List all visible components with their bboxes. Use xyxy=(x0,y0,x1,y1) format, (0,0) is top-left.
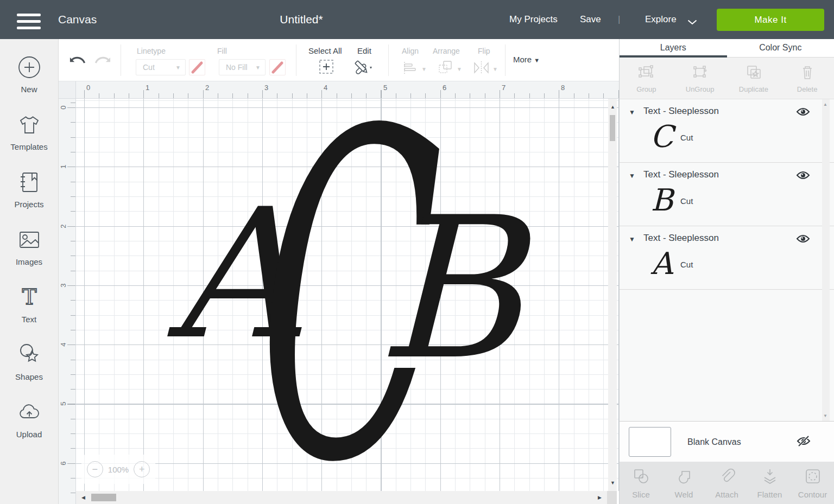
more-button[interactable]: More ▼ xyxy=(513,55,540,64)
new-icon xyxy=(17,55,42,82)
monogram-artwork[interactable]: A C B xyxy=(76,99,608,491)
design-canvas[interactable]: A C B − 100% + ▲ ▼ xyxy=(76,99,619,491)
toolbar-divider xyxy=(505,44,506,76)
letter-B[interactable]: B xyxy=(377,175,533,403)
left-sidebar: New Templates Projects Images T Text Sha… xyxy=(0,39,59,504)
redo-icon xyxy=(94,52,111,69)
visibility-eye-icon[interactable] xyxy=(796,107,810,119)
ruler-corner xyxy=(59,81,76,99)
arrange-icon xyxy=(438,60,454,77)
scroll-up-icon[interactable]: ▲ xyxy=(610,104,615,110)
ungroup-icon xyxy=(691,63,709,83)
chevron-down-icon: ▼ xyxy=(492,66,498,72)
explore-menu[interactable]: Explore xyxy=(645,0,677,39)
layer-thumbnail: A xyxy=(647,243,677,284)
duplicate-icon xyxy=(744,63,763,83)
sidebar-item-images[interactable]: Images xyxy=(0,218,58,276)
ungroup-button: UnGroup xyxy=(673,58,727,99)
upload-cloud-icon xyxy=(17,400,42,427)
delete-button: Delete xyxy=(780,58,834,99)
duplicate-button: Duplicate xyxy=(727,58,781,99)
layer-row[interactable]: ▼ Text - Sleeplesson A Cut xyxy=(620,226,834,290)
layer-row[interactable]: ▼ Text - Sleeplesson C Cut xyxy=(620,99,834,163)
group-button: Group xyxy=(620,58,673,99)
contour-button: Contour xyxy=(791,462,834,504)
toolbar-divider xyxy=(388,44,389,76)
tab-layers[interactable]: Layers xyxy=(620,39,727,57)
save-link[interactable]: Save xyxy=(580,0,601,39)
chevron-down-icon: ▼ xyxy=(421,66,427,72)
scroll-left-icon[interactable]: ◀ xyxy=(81,495,85,500)
paperclip-icon xyxy=(718,467,736,488)
zoom-out-button[interactable]: − xyxy=(87,461,103,477)
sidebar-item-text[interactable]: T Text xyxy=(0,276,58,333)
flip-label: Flip xyxy=(478,47,490,55)
slice-button: Slice xyxy=(620,462,662,504)
chevron-down-icon: ▼ xyxy=(175,65,181,71)
canvas-horizontal-scrollbar[interactable]: ◀ ▶ xyxy=(76,491,617,504)
attach-button: Attach xyxy=(705,462,748,504)
sidebar-item-shapes[interactable]: Shapes xyxy=(0,333,58,391)
flip-icon xyxy=(473,61,490,77)
my-projects-link[interactable]: My Projects xyxy=(509,0,558,39)
sidebar-item-templates[interactable]: Templates xyxy=(0,103,58,161)
select-all-icon[interactable] xyxy=(319,59,334,76)
vertical-scroll-thumb[interactable] xyxy=(610,115,615,141)
undo-icon[interactable] xyxy=(70,52,86,69)
chevron-down-icon[interactable]: ▼ xyxy=(629,172,635,180)
vertical-ruler: 0 1 2 3 4 5 6 xyxy=(59,99,76,504)
hamburger-menu-icon[interactable] xyxy=(17,14,41,29)
layer-list: ▼ Text - Sleeplesson C Cut ▼ Text - Slee… xyxy=(620,99,834,421)
projects-icon xyxy=(17,170,42,197)
slice-icon xyxy=(632,467,650,488)
layer-thumbnail: C xyxy=(647,116,677,157)
linetype-color-swatch[interactable] xyxy=(189,59,205,75)
tshirt-icon xyxy=(17,112,42,139)
sidebar-item-projects[interactable]: Projects xyxy=(0,161,58,218)
linetype-dropdown[interactable]: Cut▼ xyxy=(136,59,186,75)
image-icon xyxy=(17,227,42,254)
chevron-down-icon[interactable] xyxy=(687,17,697,27)
fill-color-swatch[interactable] xyxy=(269,59,286,75)
zoom-in-button[interactable]: + xyxy=(134,461,150,477)
svg-text:T: T xyxy=(22,285,36,309)
flatten-icon xyxy=(761,467,779,488)
tab-color-sync[interactable]: Color Sync xyxy=(727,39,834,57)
edit-toolbar: Linetype Cut▼ Fill No Fill▼ Select All E… xyxy=(59,39,619,81)
align-label: Align xyxy=(402,47,419,55)
chevron-down-icon: ▼ xyxy=(534,57,540,63)
blank-canvas-row[interactable]: Blank Canvas xyxy=(620,421,834,462)
flatten-button: Flatten xyxy=(748,462,791,504)
trash-icon xyxy=(798,63,817,83)
sidebar-item-new[interactable]: New xyxy=(0,46,58,103)
panel-tabs: Layers Color Sync xyxy=(620,39,834,58)
toolbar-divider xyxy=(121,44,121,76)
chevron-down-icon[interactable]: ▼ xyxy=(629,235,635,243)
layer-list-scrollbar[interactable]: ▲ ▼ xyxy=(822,99,830,421)
chevron-down-icon[interactable]: ▼ xyxy=(629,109,635,116)
visibility-eye-icon[interactable] xyxy=(796,170,810,182)
zoom-control: − 100% + xyxy=(81,455,155,484)
canvas-color-swatch[interactable] xyxy=(629,427,671,457)
horizontal-scroll-thumb[interactable] xyxy=(91,494,116,501)
linetype-label: Linetype xyxy=(137,47,166,55)
make-it-button[interactable]: Make It xyxy=(717,9,824,31)
edit-tools-icon[interactable] xyxy=(352,58,374,81)
document-title[interactable]: Untitled* xyxy=(247,0,356,39)
fill-dropdown[interactable]: No Fill▼ xyxy=(219,59,266,75)
scroll-down-icon[interactable]: ▼ xyxy=(610,480,615,486)
chevron-down-icon: ▼ xyxy=(457,66,462,72)
scroll-right-icon[interactable]: ▶ xyxy=(598,495,602,500)
canvas-label: Canvas xyxy=(58,0,97,39)
sidebar-item-upload[interactable]: Upload xyxy=(0,391,58,448)
canvas-vertical-scrollbar[interactable]: ▲ ▼ xyxy=(608,99,617,491)
visibility-off-icon[interactable] xyxy=(796,435,811,449)
scroll-down-icon[interactable]: ▼ xyxy=(823,413,827,418)
scroll-up-icon[interactable]: ▲ xyxy=(823,102,827,107)
top-bar: Canvas Untitled* My Projects Save | Expl… xyxy=(0,0,834,39)
visibility-eye-icon[interactable] xyxy=(796,234,810,246)
toolbar-divider xyxy=(296,44,296,76)
shapes-icon xyxy=(17,342,42,369)
layer-row[interactable]: ▼ Text - Sleeplesson B Cut xyxy=(620,163,834,226)
align-icon xyxy=(403,61,419,77)
